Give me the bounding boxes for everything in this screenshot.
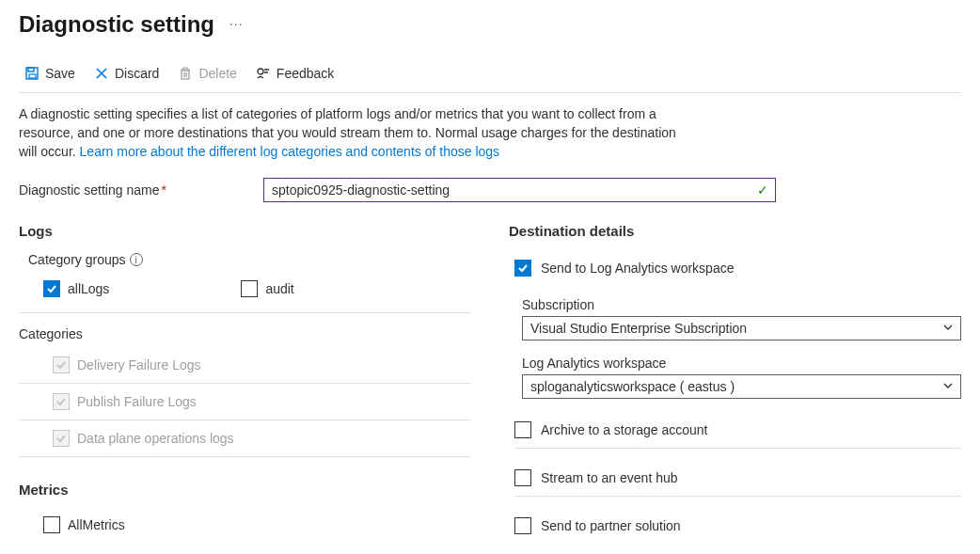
category-groups-label: Category groups i (19, 252, 471, 267)
category-label: Publish Failure Logs (77, 394, 197, 409)
svg-rect-2 (29, 74, 36, 78)
description-text: A diagnostic setting specifies a list of… (19, 104, 696, 161)
send-partner-checkbox[interactable] (514, 517, 531, 534)
audit-label: audit (265, 281, 293, 296)
page-title: Diagnostic setting (19, 11, 214, 38)
subscription-label: Subscription (522, 297, 961, 312)
feedback-icon (256, 66, 271, 81)
learn-more-link[interactable]: Learn more about the different log categ… (80, 144, 499, 159)
send-partner-label: Send to partner solution (541, 518, 681, 533)
send-log-analytics-label: Send to Log Analytics workspace (541, 261, 734, 276)
discard-label: Discard (115, 66, 159, 81)
category-row: Delivery Failure Logs (19, 347, 471, 384)
delete-icon (178, 66, 193, 81)
category-row: Publish Failure Logs (19, 384, 471, 420)
svg-point-4 (258, 69, 263, 74)
archive-storage-label: Archive to a storage account (541, 422, 707, 437)
category-checkbox (53, 430, 70, 447)
workspace-label: Log Analytics workspace (522, 356, 961, 371)
stream-eventhub-label: Stream to an event hub (541, 470, 678, 485)
category-label: Data plane operations logs (77, 431, 234, 446)
more-actions-button[interactable]: ··· (229, 16, 244, 31)
category-checkbox (53, 393, 70, 410)
audit-checkbox[interactable] (241, 280, 258, 297)
save-button[interactable]: Save (19, 64, 81, 83)
feedback-label: Feedback (277, 66, 334, 81)
workspace-select[interactable]: sploganalyticsworkspace ( eastus ) (522, 374, 961, 399)
info-icon[interactable]: i (130, 253, 143, 266)
discard-icon (94, 66, 109, 81)
stream-eventhub-checkbox[interactable] (514, 469, 531, 486)
allmetrics-checkbox[interactable] (43, 516, 60, 533)
delete-label: Delete (198, 66, 236, 81)
logs-heading: Logs (19, 223, 471, 239)
category-row: Data plane operations logs (19, 420, 471, 457)
svg-rect-1 (28, 68, 34, 71)
categories-label: Categories (19, 326, 471, 341)
setting-name-input[interactable] (263, 178, 776, 202)
send-log-analytics-checkbox[interactable] (514, 260, 531, 277)
discard-button[interactable]: Discard (88, 64, 165, 83)
delete-button: Delete (172, 64, 242, 83)
category-label: Delivery Failure Logs (77, 357, 201, 372)
setting-name-label: Diagnostic setting name* (19, 182, 263, 198)
save-icon (24, 66, 40, 81)
category-checkbox (53, 356, 70, 373)
alllogs-label: allLogs (68, 281, 109, 296)
subscription-select[interactable]: Visual Studio Enterprise Subscription (522, 316, 961, 340)
required-indicator: * (161, 182, 166, 198)
feedback-button[interactable]: Feedback (250, 64, 340, 83)
valid-check-icon: ✓ (757, 182, 768, 198)
destination-heading: Destination details (509, 223, 961, 239)
toolbar: Save Discard Delete Feedback (19, 64, 961, 93)
archive-storage-checkbox[interactable] (514, 421, 531, 438)
alllogs-checkbox[interactable] (43, 280, 60, 297)
save-label: Save (45, 66, 75, 81)
allmetrics-label: AllMetrics (68, 517, 125, 532)
svg-rect-3 (182, 71, 189, 79)
metrics-heading: Metrics (19, 482, 471, 498)
